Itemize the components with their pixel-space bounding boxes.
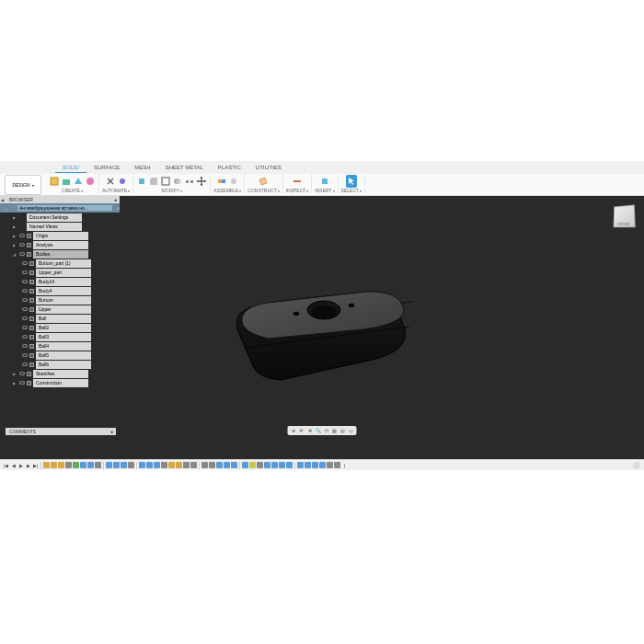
tree-item-body[interactable]: Body14 <box>0 277 120 286</box>
tree-item-body[interactable]: Ball <box>0 314 120 323</box>
zoom-icon[interactable]: 🔍 <box>315 427 322 434</box>
comments-header[interactable]: COMMENTS <box>6 428 116 435</box>
tree-item-body[interactable]: Bottom <box>0 295 120 305</box>
timeline-feature[interactable] <box>58 462 64 468</box>
measure-icon[interactable] <box>292 175 303 188</box>
timeline-feature[interactable] <box>327 462 333 468</box>
timeline-feature[interactable] <box>106 462 112 468</box>
viewcube[interactable]: FRONT <box>614 204 636 227</box>
tab-surface[interactable]: SURFACE <box>86 163 127 172</box>
tree-item-body[interactable]: Body4 <box>0 286 120 295</box>
new-component-icon[interactable] <box>49 175 60 188</box>
timeline-feature[interactable] <box>305 462 311 468</box>
timeline-feature[interactable] <box>87 462 94 468</box>
timeline-marker[interactable]: | <box>341 462 348 468</box>
sketch-icon[interactable] <box>61 175 72 188</box>
timeline-end-icon[interactable]: ▶| <box>32 462 39 468</box>
timeline-feature[interactable] <box>43 462 50 468</box>
tree-item-bodies[interactable]: ◢Bodies <box>0 249 120 259</box>
tab-solid[interactable]: SOLID <box>55 163 86 173</box>
toolgroup-label[interactable]: MODIFY <box>162 188 182 193</box>
tab-sheetmetal[interactable]: SHEET METAL <box>158 163 211 172</box>
tree-item-named-views[interactable]: ▶Named Views <box>0 222 120 231</box>
look-icon[interactable]: 👁 <box>298 427 305 434</box>
extrude-icon[interactable] <box>73 175 84 188</box>
toolgroup-label[interactable]: CREATE <box>62 188 83 193</box>
asbuilt-joint-icon[interactable] <box>228 175 239 188</box>
timeline-feature[interactable] <box>231 462 237 468</box>
tree-item-origin[interactable]: ▶Origin <box>0 231 120 240</box>
timeline-feature[interactable] <box>154 462 160 468</box>
design-workspace-button[interactable]: DESIGN <box>5 175 41 195</box>
orbit-icon[interactable]: ⊕ <box>290 427 297 434</box>
timeline-feature[interactable] <box>51 462 57 468</box>
timeline-feature[interactable] <box>312 462 318 468</box>
insert-icon[interactable] <box>319 175 330 188</box>
tab-plastic[interactable]: PLASTIC <box>211 163 248 172</box>
tree-item-body[interactable]: Ball6 <box>0 360 120 369</box>
pan-icon[interactable]: ✥ <box>306 427 314 434</box>
viewport-icon[interactable]: ▭ <box>348 427 355 434</box>
timeline-feature[interactable] <box>128 462 134 468</box>
timeline-settings-icon[interactable] <box>633 462 640 469</box>
timeline-feature[interactable] <box>146 462 153 468</box>
timeline-feature[interactable] <box>139 462 145 468</box>
scissors-icon[interactable] <box>105 175 116 188</box>
timeline-feature[interactable] <box>279 462 285 468</box>
timeline-prev-icon[interactable]: ◀ <box>10 462 17 468</box>
toolgroup-label[interactable]: INSPECT <box>286 188 309 193</box>
timeline-feature[interactable] <box>271 462 278 468</box>
toolgroup-label[interactable]: SELECT <box>341 188 362 193</box>
combine-icon[interactable] <box>172 175 183 188</box>
timeline-feature[interactable] <box>209 462 215 468</box>
fit-icon[interactable]: ⊡ <box>323 427 330 434</box>
grid-icon[interactable]: ▤ <box>339 427 347 434</box>
presspull-icon[interactable] <box>136 175 147 188</box>
fillet-icon[interactable] <box>148 175 159 188</box>
timeline-feature[interactable] <box>95 462 101 468</box>
tree-item-doc-settings[interactable]: ▶Document Settings <box>0 213 120 222</box>
timeline-feature[interactable] <box>65 462 72 468</box>
timeline-feature[interactable] <box>121 462 127 468</box>
timeline-feature[interactable] <box>113 462 120 468</box>
tree-item-body[interactable]: Bottom_part (1) <box>0 259 120 268</box>
tree-item-construction[interactable]: ▶Construction <box>0 378 120 387</box>
move-icon[interactable] <box>196 175 207 188</box>
timeline-feature[interactable] <box>161 462 167 468</box>
tree-item-sketches[interactable]: ▶Sketches <box>0 369 120 378</box>
timeline-feature[interactable] <box>297 462 304 468</box>
timeline-feature[interactable] <box>201 462 208 468</box>
joint-icon[interactable] <box>216 175 227 188</box>
browser-header[interactable]: BROWSER <box>0 196 120 203</box>
tree-item-body[interactable]: Ball5 <box>0 351 120 360</box>
timeline-feature[interactable] <box>190 462 197 468</box>
timeline-feature[interactable] <box>224 462 230 468</box>
tree-item-analysis[interactable]: ▶Analysis <box>0 240 120 249</box>
align-icon[interactable] <box>184 175 195 188</box>
tree-root[interactable]: ◢Антивибрационная вставка но...⊙ <box>0 203 120 213</box>
toolgroup-label[interactable]: AUTOMATE <box>102 188 130 193</box>
tab-mesh[interactable]: MESH <box>127 163 157 172</box>
timeline-feature[interactable] <box>334 462 340 468</box>
timeline-feature[interactable] <box>80 462 86 468</box>
timeline-feature[interactable] <box>257 462 263 468</box>
tree-item-body[interactable]: Ball3 <box>0 332 120 341</box>
toolgroup-label[interactable]: CONSTRUCT <box>247 188 279 193</box>
timeline-feature[interactable] <box>242 462 248 468</box>
plane-icon[interactable] <box>258 175 269 188</box>
timeline-feature[interactable] <box>319 462 326 468</box>
display-settings-icon[interactable]: ▦ <box>331 427 339 434</box>
tab-utilities[interactable]: UTILITIES <box>248 163 289 172</box>
timeline-feature[interactable] <box>168 462 175 468</box>
tree-item-body[interactable]: Upper_part <box>0 268 120 277</box>
select-icon[interactable] <box>346 175 357 188</box>
timeline-feature[interactable] <box>216 462 223 468</box>
timeline-feature[interactable] <box>73 462 79 468</box>
timeline-feature[interactable] <box>176 462 182 468</box>
timeline-feature[interactable] <box>264 462 270 468</box>
toolgroup-label[interactable]: ASSEMBLE <box>213 188 241 193</box>
timeline-next-icon[interactable]: ▶ <box>25 462 31 468</box>
timeline-feature[interactable] <box>286 462 293 468</box>
automate-icon[interactable] <box>117 175 128 188</box>
revolve-icon[interactable] <box>85 175 96 188</box>
